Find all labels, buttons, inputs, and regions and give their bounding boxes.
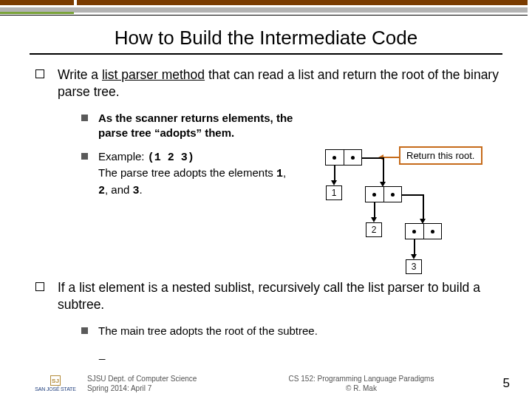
leaf-1: 1	[326, 185, 342, 200]
filled-square-bullet-icon	[81, 115, 88, 121]
filled-square-bullet-icon	[81, 327, 88, 334]
page-number: 5	[488, 376, 532, 391]
subbullet-a-text: As the scanner returns elements, the par…	[98, 111, 305, 141]
footer-dept: SJSU Dept. of Computer Science	[87, 374, 235, 383]
sjsu-logo-icon: SJ	[50, 375, 61, 386]
bullet-1: Write a list parser method that can read…	[35, 66, 510, 100]
leaf-2: 2	[366, 222, 382, 237]
slide-footer: SJ SAN JOSÉ STATE SJSU Dept. of Computer…	[0, 374, 532, 393]
tree-node-3	[405, 223, 442, 239]
dot-icon	[372, 193, 376, 197]
title-divider	[30, 53, 502, 55]
sjsu-logo: SJ SAN JOSÉ STATE	[30, 375, 81, 392]
subbullet-2-text: The main tree adopts the root of the sub…	[98, 324, 318, 338]
arrow-down-icon	[371, 217, 377, 222]
page-title: How to Build the Intermediate Code	[0, 27, 532, 50]
dot-icon	[412, 230, 416, 233]
dot-icon	[391, 193, 395, 197]
arrow-down-icon	[411, 254, 417, 259]
parse-tree-diagram: Return this root. 1 2 3	[273, 143, 517, 276]
hollow-square-bullet-icon	[35, 69, 44, 78]
bullet-2: If a list element is a nested sublist, r…	[35, 279, 510, 313]
hollow-square-bullet-icon	[35, 282, 44, 291]
bullet-1-pre: Write a	[58, 67, 102, 82]
second-section: If a list element is a nested sublist, r…	[35, 279, 510, 360]
subbullet-b-line2: The parse tree adopts the elements 1, 2,…	[98, 166, 286, 195]
footer-author: © R. Mak	[235, 383, 488, 393]
tree-root-node	[325, 149, 362, 166]
subbullet-a: As the scanner returns elements, the par…	[81, 111, 510, 141]
footer-course: CS 152: Programming Language Paradigms	[235, 374, 488, 383]
filled-square-bullet-icon	[81, 153, 88, 160]
sjsu-logo-text: SAN JOSÉ STATE	[35, 386, 75, 392]
subbullet-2: The main tree adopts the root of the sub…	[81, 324, 510, 338]
dot-icon	[431, 230, 434, 233]
bullet-2-text: If a list element is a nested sublist, r…	[58, 279, 510, 313]
bullet-1-underline: list parser method	[102, 67, 205, 82]
leaf-3: 3	[406, 259, 422, 274]
code-literal: (1 2 3)	[148, 151, 194, 164]
subbullet-b-pre: Example:	[98, 150, 148, 163]
tree-node-2	[365, 186, 402, 202]
dot-icon	[351, 156, 355, 160]
dot-icon	[332, 156, 336, 160]
slide-top-bands	[0, 0, 532, 21]
arrow-down-icon	[331, 180, 337, 185]
cursor-underscore: _	[99, 347, 510, 360]
return-root-callout: Return this root.	[399, 146, 482, 165]
footer-date: Spring 2014: April 7	[87, 383, 235, 393]
